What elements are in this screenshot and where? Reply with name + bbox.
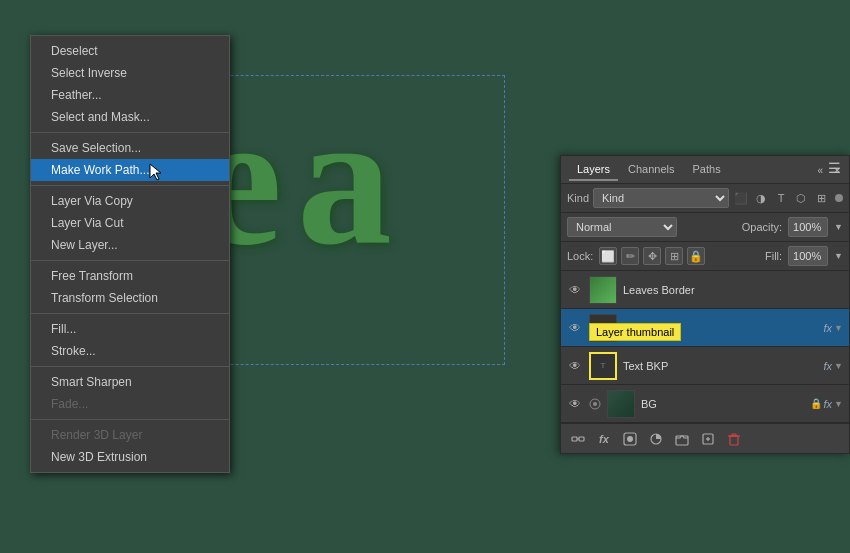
eye-icon-bg[interactable]: 👁 xyxy=(567,396,583,412)
fx-label-bg: fx xyxy=(824,398,833,410)
lock-row: Lock: ⬜ ✏ ✥ ⊞ 🔒 Fill: ▼ xyxy=(561,242,849,271)
new-layer-button[interactable] xyxy=(699,430,717,448)
kind-row: Kind Kind ⬛ ◑ T ⬡ ⊞ xyxy=(561,184,849,213)
tab-layers[interactable]: Layers xyxy=(569,159,618,181)
fx-expand-text-bkp[interactable]: ▼ xyxy=(834,361,843,371)
link-layers-icon[interactable] xyxy=(569,430,587,448)
menu-item-layer-via-copy[interactable]: Layer Via Copy xyxy=(31,190,229,212)
add-fx-icon[interactable]: fx xyxy=(595,430,613,448)
fx-label-text-base: fx xyxy=(824,322,833,334)
fill-label: Fill: xyxy=(765,250,782,262)
layer-thumb-leaves-border xyxy=(589,276,617,304)
menu-item-fill[interactable]: Fill... xyxy=(31,318,229,340)
delete-layer-button[interactable] xyxy=(725,430,743,448)
layer-thumb-text-base: T xyxy=(589,314,617,342)
menu-item-free-transform[interactable]: Free Transform xyxy=(31,265,229,287)
svg-rect-12 xyxy=(730,436,738,445)
layer-info-bg: BG xyxy=(641,398,804,410)
menu-item-select-inverse[interactable]: Select Inverse xyxy=(31,62,229,84)
layer-info-leaves-border: Leaves Border xyxy=(623,284,843,296)
fx-expand-bg[interactable]: ▼ xyxy=(834,399,843,409)
menu-item-select-and-mask[interactable]: Select and Mask... xyxy=(31,106,229,128)
opacity-input[interactable] xyxy=(788,217,828,237)
blend-mode-select[interactable]: Normal Multiply Screen xyxy=(567,217,677,237)
eye-icon-text-base[interactable]: 👁 xyxy=(567,320,583,336)
menu-separator-5 xyxy=(31,366,229,367)
svg-rect-8 xyxy=(676,436,688,445)
panel-header: Layers Channels Paths « ✕ ☰ xyxy=(561,156,849,184)
svg-rect-2 xyxy=(572,437,577,441)
layer-fx-text-bkp: fx ▼ xyxy=(824,360,843,372)
kind-mode-dot xyxy=(835,194,843,202)
menu-item-make-work-path[interactable]: Make Work Path... xyxy=(31,159,229,181)
menu-item-transform-selection[interactable]: Transform Selection xyxy=(31,287,229,309)
lock-icons: ⬜ ✏ ✥ ⊞ 🔒 xyxy=(599,247,705,265)
smart-filter-icon[interactable]: ⊞ xyxy=(813,190,829,206)
layer-fx-bg: 🔒 fx ▼ xyxy=(810,398,843,410)
lock-pixels-icon[interactable]: ✏ xyxy=(621,247,639,265)
menu-separator-6 xyxy=(31,419,229,420)
fill-input[interactable] xyxy=(788,246,828,266)
panel-collapse-button[interactable]: « xyxy=(815,164,825,175)
layer-info-text-bkp: Text BKP xyxy=(623,360,818,372)
adjustment-filter-icon[interactable]: ◑ xyxy=(753,190,769,206)
menu-item-deselect[interactable]: Deselect xyxy=(31,40,229,62)
layer-name-leaves-border: Leaves Border xyxy=(623,284,843,296)
layers-panel: Layers Channels Paths « ✕ ☰ Kind Kind ⬛ … xyxy=(560,155,850,454)
pixel-filter-icon[interactable]: ⬛ xyxy=(733,190,749,206)
opacity-label: Opacity: xyxy=(742,221,782,233)
lock-icon-bg: 🔒 xyxy=(810,398,822,409)
menu-separator-1 xyxy=(31,132,229,133)
kind-select[interactable]: Kind xyxy=(593,188,729,208)
shape-filter-icon[interactable]: ⬡ xyxy=(793,190,809,206)
tab-channels[interactable]: Channels xyxy=(620,159,682,181)
eye-icon-leaves-border[interactable]: 👁 xyxy=(567,282,583,298)
menu-item-new-layer[interactable]: New Layer... xyxy=(31,234,229,256)
lock-transparent-icon[interactable]: ⬜ xyxy=(599,247,617,265)
context-menu: Deselect Select Inverse Feather... Selec… xyxy=(30,35,230,473)
svg-rect-14 xyxy=(732,434,736,436)
tab-paths[interactable]: Paths xyxy=(685,159,729,181)
panel-menu-button[interactable]: ☰ xyxy=(828,160,841,176)
lock-position-icon[interactable]: ✥ xyxy=(643,247,661,265)
layer-fx-text-base: fx ▼ xyxy=(824,322,843,334)
opacity-arrow[interactable]: ▼ xyxy=(834,222,843,232)
fx-expand-text-base[interactable]: ▼ xyxy=(834,323,843,333)
layer-item-text-base[interactable]: 👁 T Text Base fx ▼ xyxy=(561,309,849,347)
fx-label-text-bkp: fx xyxy=(824,360,833,372)
kind-label: Kind xyxy=(567,192,589,204)
panel-footer: fx xyxy=(561,423,849,453)
lock-all-icon[interactable]: 🔒 xyxy=(687,247,705,265)
menu-item-save-selection[interactable]: Save Selection... xyxy=(31,137,229,159)
menu-separator-2 xyxy=(31,185,229,186)
eye-icon-text-bkp[interactable]: 👁 xyxy=(567,358,583,374)
layer-thumb-text-bkp: T xyxy=(589,352,617,380)
menu-separator-3 xyxy=(31,260,229,261)
menu-item-stroke[interactable]: Stroke... xyxy=(31,340,229,362)
text-filter-icon[interactable]: T xyxy=(773,190,789,206)
menu-item-render-3d: Render 3D Layer xyxy=(31,424,229,446)
layer-item-bg[interactable]: 👁 BG 🔒 fx ▼ xyxy=(561,385,849,423)
menu-separator-4 xyxy=(31,313,229,314)
svg-point-6 xyxy=(627,436,633,442)
new-group-icon[interactable] xyxy=(673,430,691,448)
add-adjustment-icon[interactable] xyxy=(647,430,665,448)
menu-item-fade: Fade... xyxy=(31,393,229,415)
lock-label: Lock: xyxy=(567,250,593,262)
lock-artboard-icon[interactable]: ⊞ xyxy=(665,247,683,265)
footer-icons: fx xyxy=(569,430,743,448)
menu-item-feather[interactable]: Feather... xyxy=(31,84,229,106)
layer-name-text-base: Text Base xyxy=(623,322,818,334)
fill-arrow[interactable]: ▼ xyxy=(834,251,843,261)
menu-item-smart-sharpen[interactable]: Smart Sharpen xyxy=(31,371,229,393)
layer-name-text-bkp: Text BKP xyxy=(623,360,818,372)
layer-item-text-bkp[interactable]: 👁 T Text BKP fx ▼ Layer thumbnail xyxy=(561,347,849,385)
add-mask-icon[interactable] xyxy=(621,430,639,448)
layer-item-leaves-border[interactable]: 👁 Leaves Border xyxy=(561,271,849,309)
layers-list: 👁 Leaves Border 👁 T Text Base fx ▼ 👁 xyxy=(561,271,849,423)
kind-icons: ⬛ ◑ T ⬡ ⊞ xyxy=(733,190,843,206)
menu-item-layer-via-cut[interactable]: Layer Via Cut xyxy=(31,212,229,234)
link-icon-bg xyxy=(589,398,601,410)
menu-item-new-3d[interactable]: New 3D Extrusion xyxy=(31,446,229,468)
blend-row: Normal Multiply Screen Opacity: ▼ xyxy=(561,213,849,242)
